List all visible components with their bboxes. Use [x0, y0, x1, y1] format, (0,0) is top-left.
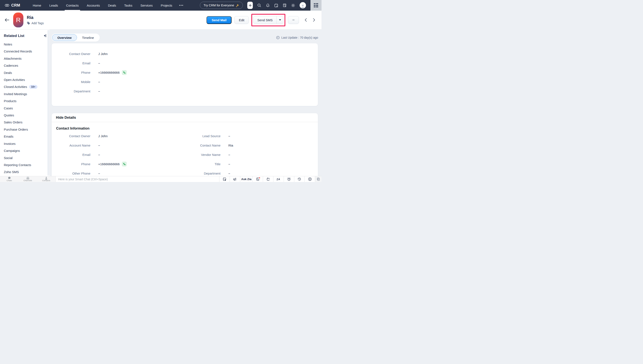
- field-value: –: [98, 172, 100, 175]
- add-tags-button[interactable]: Add Tags: [27, 22, 44, 25]
- person-silhouette-icon: [300, 4, 305, 8]
- sidebar-item-social[interactable]: Social: [4, 154, 50, 162]
- nav-item-services[interactable]: Services: [136, 0, 157, 10]
- sidebar-item-notes[interactable]: Notes: [4, 41, 50, 48]
- brand-name: CRM: [11, 3, 20, 8]
- edit-button[interactable]: Edit: [234, 16, 249, 24]
- nav-item-tasks[interactable]: Tasks: [120, 0, 136, 10]
- ask-zia-button[interactable]: Ask Zia: [240, 176, 252, 182]
- user-avatar[interactable]: [300, 2, 306, 8]
- sidebar-item-connected-records[interactable]: Connected Records: [4, 48, 50, 55]
- field-value: –: [228, 162, 230, 166]
- recent-items-button[interactable]: [294, 176, 305, 182]
- send-sms-label: Send SMS: [254, 16, 276, 24]
- call-button[interactable]: [122, 70, 127, 75]
- sidebar-item-attachments[interactable]: Attachments: [4, 55, 50, 62]
- sidebar-item-purchase-orders[interactable]: Purchase Orders: [4, 126, 50, 133]
- sidebar-item-invited-meetings[interactable]: Invited Meetings: [4, 90, 50, 98]
- field-label: Other Phone: [52, 172, 90, 175]
- nav-item-projects[interactable]: Projects: [157, 0, 176, 10]
- sidebar-item-closed-activities[interactable]: Closed Activities10+: [4, 83, 50, 90]
- command-center-button[interactable]: [219, 176, 230, 182]
- more-actions-button[interactable]: [288, 16, 299, 24]
- calendar-button[interactable]: [274, 4, 278, 8]
- back-button[interactable]: [4, 18, 10, 22]
- apps-grid-button[interactable]: [310, 0, 321, 10]
- field-value: –: [98, 153, 100, 156]
- history-icon: [298, 177, 301, 181]
- field-value: +16666666666: [98, 162, 127, 166]
- copied-items-button[interactable]: [315, 176, 321, 182]
- sidebar-item-quotes[interactable]: Quotes: [4, 112, 50, 119]
- main-content: Overview Timeline Last Update : 70 day(s…: [50, 30, 321, 176]
- accessibility-button[interactable]: [305, 176, 315, 182]
- megaphone-icon: [233, 178, 237, 181]
- dock-chats[interactable]: Chats: [0, 176, 19, 182]
- nav-item-deals[interactable]: Deals: [104, 0, 120, 10]
- dock-contacts[interactable]: Contacts: [37, 176, 56, 182]
- field-value: J John: [98, 134, 108, 138]
- send-mail-button[interactable]: Send Mail: [206, 16, 232, 24]
- field-label: Lead Source: [185, 134, 221, 138]
- field-value: –: [98, 90, 100, 93]
- tab-overview[interactable]: Overview: [52, 34, 77, 41]
- summary-field-phone: Phone +16666666666: [52, 70, 318, 74]
- quick-create-button[interactable]: [247, 2, 253, 9]
- announcements-button[interactable]: [230, 176, 240, 182]
- add-tags-label: Add Tags: [32, 22, 44, 25]
- sidebar-item-reporting-contacts[interactable]: Reporting Contacts: [4, 162, 50, 168]
- collapse-sidebar-icon[interactable]: [44, 34, 46, 37]
- sticky-notes-button[interactable]: [263, 176, 273, 182]
- nav-item-home[interactable]: Home: [29, 0, 45, 10]
- detail-field-title: Title –: [185, 162, 318, 166]
- phone-number[interactable]: +16666666666: [98, 162, 120, 166]
- command-center-icon: [223, 177, 227, 181]
- sidebar-item-cases[interactable]: Cases: [4, 105, 50, 112]
- send-sms-button[interactable]: Send SMS: [253, 16, 283, 24]
- sidebar-item-emails[interactable]: Emails: [4, 133, 50, 140]
- nav-item-leads[interactable]: Leads: [45, 0, 62, 10]
- tab-timeline[interactable]: Timeline: [77, 34, 99, 41]
- nav-item-accounts[interactable]: Accounts: [83, 0, 104, 10]
- send-sms-dropdown[interactable]: [276, 16, 283, 24]
- sticky-note-icon: [266, 177, 270, 181]
- sidebar-item-invoices[interactable]: Invoices: [4, 140, 50, 147]
- detail-field-other-phone: Other Phone –: [52, 172, 185, 175]
- summary-card: Contact Owner J John Email – Phone +1666…: [52, 43, 318, 106]
- phone-number[interactable]: +16666666666: [98, 71, 120, 74]
- chevron-right-icon[interactable]: [313, 18, 315, 22]
- zia-button[interactable]: [273, 176, 284, 182]
- sidebar-item-open-activities[interactable]: Open Activities: [4, 76, 50, 83]
- try-crm-label: Try CRM for Everyone: [203, 4, 234, 7]
- sidebar-item-cadences[interactable]: Cadences: [4, 62, 50, 69]
- marketplace-button[interactable]: [283, 4, 287, 8]
- try-crm-button[interactable]: Try CRM for Everyone: [200, 2, 243, 9]
- nav-more-icon[interactable]: [176, 0, 186, 10]
- sidebar-item-products[interactable]: Products: [4, 98, 50, 104]
- dock-channels[interactable]: Channels: [19, 176, 37, 182]
- store-icon: [283, 4, 287, 8]
- call-button[interactable]: [122, 162, 127, 166]
- record-actions: Send Mail Edit Send SMS: [206, 16, 315, 24]
- contact-avatar[interactable]: R: [13, 12, 23, 28]
- contact-name-title: Ria: [27, 15, 44, 20]
- sidebar-item-sales-orders[interactable]: Sales Orders: [4, 119, 50, 126]
- sidebar-item-campaigns[interactable]: Campaigns: [4, 147, 50, 154]
- signals-button[interactable]: [252, 176, 263, 182]
- field-label: Email: [52, 61, 90, 65]
- notifications-button[interactable]: [266, 4, 270, 8]
- settings-button[interactable]: [291, 4, 295, 8]
- nav-item-contacts[interactable]: Contacts: [62, 0, 83, 10]
- hide-details-toggle[interactable]: Hide Details: [52, 113, 318, 122]
- sidebar-item-deals[interactable]: Deals: [4, 69, 50, 76]
- field-label: Title: [185, 162, 221, 166]
- sidebar-item-zoho-sms[interactable]: Zoho SMS: [4, 168, 50, 176]
- chevron-left-icon[interactable]: [305, 18, 307, 22]
- tag-icon: [27, 22, 30, 25]
- crm-logo[interactable]: CRM: [5, 3, 20, 8]
- contact-information-title: Contact Information: [52, 126, 318, 130]
- search-button[interactable]: [257, 4, 261, 8]
- reminders-button[interactable]: [284, 176, 294, 182]
- smart-chat-input[interactable]: [56, 176, 219, 182]
- related-list-sidebar: Related List Notes Connected Records Att…: [0, 30, 50, 176]
